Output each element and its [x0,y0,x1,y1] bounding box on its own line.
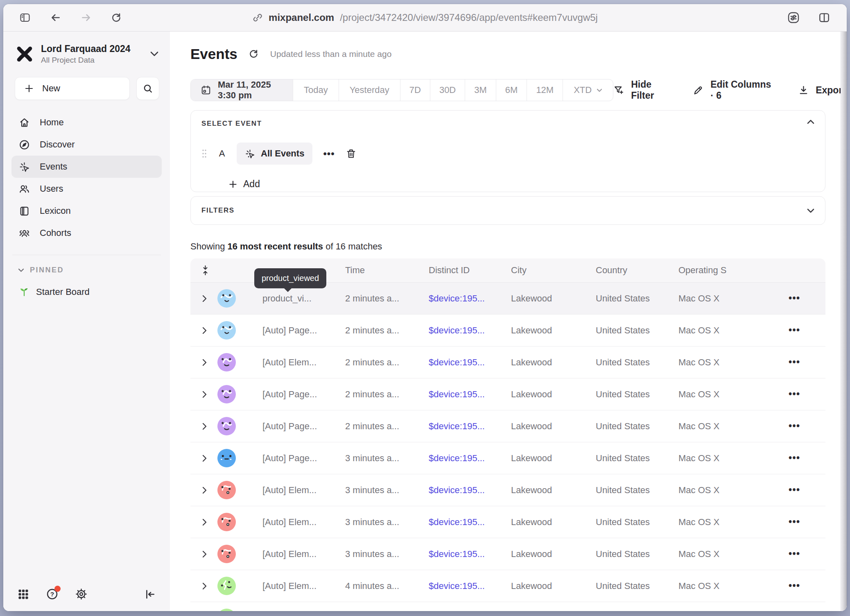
sidebar-item-home[interactable]: Home [11,111,162,134]
expand-row-icon[interactable] [190,454,207,462]
row-menu-button[interactable]: ••• [789,293,825,304]
column-os[interactable]: Operating S [678,265,789,276]
reload-button[interactable] [111,12,122,23]
hide-filter-button[interactable]: Hide Filter [613,79,671,101]
date-picker-button[interactable]: Mar 11, 2025 3:30 pm [191,79,293,101]
column-distinct-id[interactable]: Distinct ID [429,265,511,276]
table-row[interactable]: [Auto] Elem... 3 minutes a... $device:19… [190,538,825,570]
range-30d[interactable]: 30D [430,79,465,101]
table-row[interactable]: [Auto] Page... 2 minutes a... $device:19… [190,378,825,410]
page-settings-icon[interactable] [787,11,800,24]
table-row[interactable]: [Auto] Page... 2 minutes a... $device:19… [190,315,825,346]
pinned-section-header[interactable]: PINNED [3,255,170,274]
browser-sidebar-toggle-icon[interactable] [19,12,31,23]
row-menu-button[interactable]: ••• [789,453,825,464]
filters-panel[interactable]: FILTERS [190,196,825,225]
event-name[interactable]: [Auto] Page... [262,325,345,336]
trash-icon[interactable] [346,148,357,159]
expand-row-icon[interactable] [190,582,207,590]
split-view-icon[interactable] [818,11,830,24]
expand-row-icon[interactable] [190,486,207,494]
apps-grid-icon[interactable] [17,588,29,600]
event-name[interactable]: [Auto] Elem... [262,581,345,591]
expand-row-icon[interactable] [190,294,207,303]
sidebar-item-discover[interactable]: Discover [11,134,162,156]
event-name[interactable]: [Auto] Page... [262,453,345,464]
distinct-id-link[interactable]: $device:195... [429,325,511,336]
settings-gear-icon[interactable] [75,588,88,600]
sidebar-item-users[interactable]: Users [11,178,162,200]
sidebar-item-lexicon[interactable]: Lexicon [11,200,162,222]
distinct-id-link[interactable]: $device:195... [429,453,511,464]
chevron-down-icon[interactable] [807,208,814,213]
event-selector-chip[interactable]: All Events [237,143,312,165]
range-6m[interactable]: 6M [496,79,527,101]
event-name[interactable]: [Auto] Page... [262,421,345,432]
column-time[interactable]: Time [345,265,429,276]
back-button[interactable] [50,12,61,23]
event-name[interactable]: [Auto] Page... [262,389,345,400]
row-menu-button[interactable]: ••• [789,357,825,368]
table-row[interactable]: [Auto] Elem... 2 minutes a... $device:19… [190,346,825,378]
event-name[interactable]: product_vi... [262,293,345,304]
range-7d[interactable]: 7D [400,79,430,101]
sidebar-item-cohorts[interactable]: Cohorts [11,222,162,244]
expand-row-icon[interactable] [190,518,207,526]
row-menu-button[interactable]: ••• [789,516,825,528]
event-more-button[interactable]: ••• [323,148,335,159]
collapse-sidebar-icon[interactable] [144,588,156,600]
table-row[interactable]: [Auto] Page... 3 minutes a... $device:19… [190,442,825,474]
search-button[interactable] [136,77,159,100]
expand-row-icon[interactable] [190,358,207,367]
distinct-id-link[interactable]: $device:195... [429,293,511,304]
table-row[interactable]: [Auto] Elem... 3 minutes a... $device:19… [190,474,825,506]
row-menu-button[interactable]: ••• [789,421,825,432]
row-menu-button[interactable]: ••• [789,325,825,336]
row-menu-button[interactable]: ••• [789,548,825,559]
event-name[interactable]: [Auto] Elem... [262,357,345,368]
add-event-button[interactable]: Add [228,179,814,190]
table-row[interactable]: [Auto] Elem... 4 minutes a... $device:19… [190,602,825,611]
distinct-id-link[interactable]: $device:195... [429,549,511,559]
event-name[interactable]: [Auto] Elem... [262,517,345,528]
sidebar-item-events[interactable]: Events [11,156,162,178]
range-12m[interactable]: 12M [527,79,563,101]
distinct-id-link[interactable]: $device:195... [429,581,511,591]
column-city[interactable]: City [511,265,596,276]
workspace-switcher[interactable]: Lord Farquaad 2024 All Project Data [3,32,170,65]
expand-row-icon[interactable] [190,550,207,558]
help-button[interactable]: ? [46,588,59,600]
range-today[interactable]: Today [293,79,339,101]
range-3m[interactable]: 3M [465,79,496,101]
sort-collapse-icon[interactable] [190,265,209,276]
address-bar[interactable]: mixpanel.com/project/3472420/view/397469… [252,4,598,31]
edit-columns-button[interactable]: Edit Columns · 6 [693,79,777,101]
sidebar-item-starter-board[interactable]: Starter Board [3,274,170,297]
scrollbar[interactable] [841,32,847,611]
distinct-id-link[interactable]: $device:195... [429,517,511,528]
expand-row-icon[interactable] [190,390,207,399]
distinct-id-link[interactable]: $device:195... [429,485,511,496]
distinct-id-link[interactable]: $device:195... [429,389,511,400]
chevron-up-icon[interactable] [807,120,814,124]
export-button[interactable]: Export [798,85,845,96]
event-name[interactable]: [Auto] Elem... [262,485,345,496]
expand-row-icon[interactable] [190,326,207,335]
column-country[interactable]: Country [596,265,678,276]
range-xtd-dropdown[interactable]: XTD [563,79,613,101]
expand-row-icon[interactable] [190,422,207,430]
new-button[interactable]: New [15,77,130,100]
row-menu-button[interactable]: ••• [789,389,825,400]
row-menu-button[interactable]: ••• [789,485,825,496]
table-row[interactable]: [Auto] Elem... 4 minutes a... $device:19… [190,570,825,602]
event-name[interactable]: [Auto] Elem... [262,549,345,559]
distinct-id-link[interactable]: $device:195... [429,357,511,368]
distinct-id-link[interactable]: $device:195... [429,421,511,432]
refresh-icon[interactable] [248,48,260,60]
range-yesterday[interactable]: Yesterday [339,79,400,101]
table-row[interactable]: [Auto] Page... 2 minutes a... $device:19… [190,410,825,442]
forward-button[interactable] [80,12,92,23]
row-menu-button[interactable]: ••• [789,580,825,591]
table-row[interactable]: [Auto] Elem... 3 minutes a... $device:19… [190,506,825,538]
drag-handle-icon[interactable] [201,149,207,159]
